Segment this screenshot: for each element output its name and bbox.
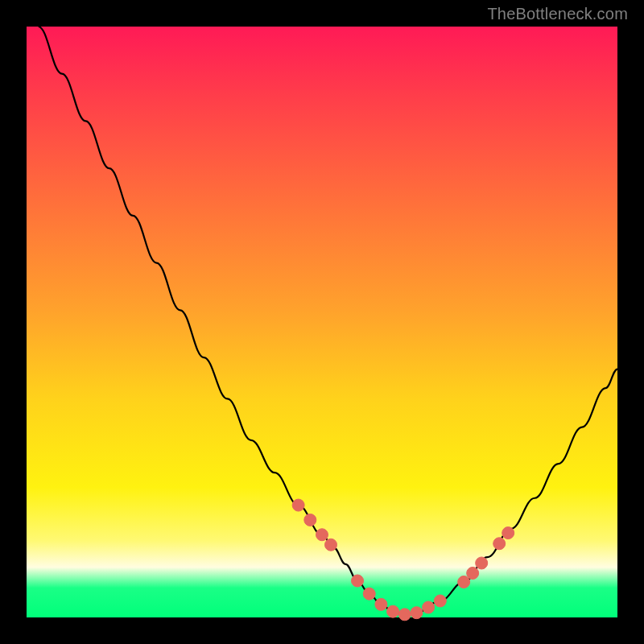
marker-point — [476, 557, 488, 569]
marker-point — [458, 576, 470, 588]
marker-point — [411, 607, 423, 619]
marker-point — [316, 529, 328, 541]
marker-point — [304, 514, 316, 526]
marker-point — [434, 595, 446, 607]
marker-point — [325, 539, 337, 551]
chart-canvas: TheBottleneck.com — [0, 0, 644, 644]
marker-point — [493, 538, 506, 550]
marker-point — [292, 499, 304, 511]
marker-point — [502, 527, 514, 539]
marker-point — [363, 588, 375, 600]
marker-point — [387, 605, 399, 617]
marker-point — [398, 609, 411, 621]
marker-point — [375, 598, 387, 610]
bottleneck-curve — [39, 27, 617, 614]
marker-point — [352, 575, 364, 587]
marker-group — [292, 499, 514, 621]
chart-svg — [0, 0, 644, 644]
marker-point — [423, 601, 435, 613]
watermark-text: TheBottleneck.com — [487, 5, 628, 23]
marker-point — [467, 567, 479, 579]
